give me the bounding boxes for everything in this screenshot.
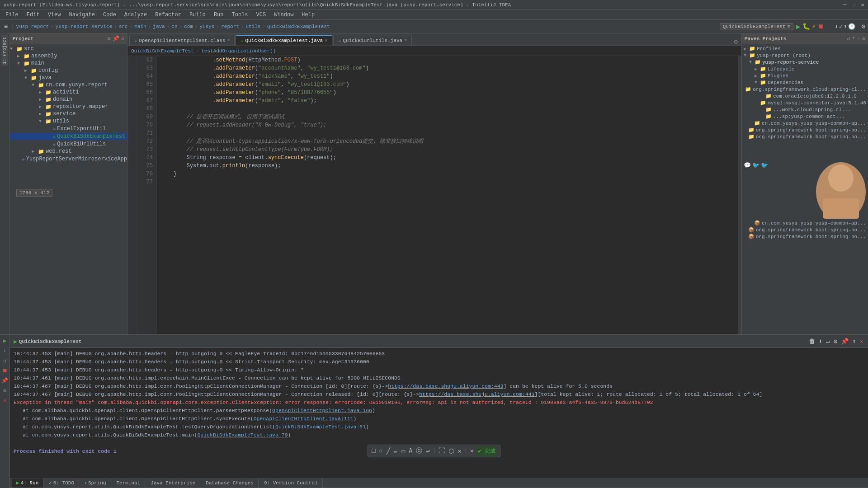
toolbar-git-push[interactable]: ⬆: [844, 23, 847, 30]
menu-window[interactable]: Window: [270, 11, 297, 19]
maven-tree-item[interactable]: ▼📁Dependencies: [742, 79, 868, 86]
ann-btn-pin[interactable]: ✕: [457, 446, 462, 456]
maven-tree-item[interactable]: ▼📁yusp-report (root): [742, 52, 868, 59]
sidebar-tree-item[interactable]: ▼📁utils: [10, 117, 127, 125]
sidebar-tree-item[interactable]: ▼📁src: [10, 45, 127, 52]
menu-code[interactable]: Code: [99, 11, 120, 19]
breadcrumb-method[interactable]: testAddOrganizationUser(): [201, 48, 276, 54]
breadcrumb-main[interactable]: main: [134, 24, 146, 29]
breadcrumb-src[interactable]: src: [119, 24, 128, 29]
link-stack-2[interactable]: OpenApiClientHttpClient.java:111: [254, 416, 354, 422]
close-icon-bottom[interactable]: ✕: [1, 397, 9, 404]
ann-btn-line[interactable]: ╱: [386, 446, 391, 456]
tab-openapi[interactable]: ☕ OpenApiClientHttpClient.class ×: [129, 35, 235, 46]
sidebar-tree-item[interactable]: ▼📁java: [10, 74, 127, 81]
maven-dep-3[interactable]: 📦 org.springframework.boot:spring-bo...: [742, 233, 868, 240]
run-tab-db[interactable]: Database Changes: [201, 479, 259, 488]
menu-vcs[interactable]: VCS: [253, 11, 270, 19]
link-stack-1[interactable]: OpenApiClientHttpClient.java:166: [272, 408, 372, 413]
maven-refresh-icon[interactable]: ↺: [847, 35, 850, 42]
sidebar-tree-item[interactable]: ☕ExcelExportUtil: [10, 125, 127, 132]
sidebar-tree-item[interactable]: ▼📁main: [10, 60, 127, 67]
breadcrumb-class[interactable]: QuickBiSdkExampleTest: [131, 48, 194, 54]
maven-tree-item[interactable]: 📁mysql:mysql-connector-java:5.1.46: [742, 99, 868, 106]
ann-btn-undo[interactable]: ↩: [425, 446, 430, 456]
maven-tree-item[interactable]: 📁cn.com.yusys.yusp:yusp-common-ap...: [742, 120, 868, 127]
toolbar-git-update[interactable]: ⬇: [835, 23, 838, 30]
menu-build[interactable]: Build: [186, 11, 209, 19]
bottom-tool-close[interactable]: ✕: [859, 337, 864, 346]
editor-settings-icon[interactable]: ⚙: [732, 38, 740, 46]
stop-button[interactable]: ⏹: [817, 23, 824, 30]
maven-dep-1[interactable]: 📦 cn.com.yusys.yusp:yusp-common-ap...: [742, 220, 868, 226]
menu-navigate[interactable]: Navigate: [65, 11, 99, 19]
run-tab-java-ee[interactable]: Java Enterprise: [146, 479, 200, 488]
breadcrumb-file[interactable]: QuickBiSdkExampleTest: [267, 24, 330, 29]
ann-btn-text[interactable]: A: [408, 446, 413, 455]
breadcrumb-module[interactable]: yusp-report-service: [56, 24, 112, 29]
maven-tree-item[interactable]: 📁...work.cloud:spring-cl...: [742, 106, 868, 113]
run-tab-spring[interactable]: ● Spring: [80, 479, 111, 488]
ann-btn-done[interactable]: ✔ 完成: [476, 446, 497, 456]
menu-run[interactable]: Run: [210, 11, 227, 19]
menu-edit[interactable]: Edit: [23, 11, 43, 19]
sidebar-tree-item[interactable]: ▶📁domain: [10, 96, 127, 103]
icon-wx[interactable]: 💬: [744, 162, 751, 169]
menu-view[interactable]: View: [44, 11, 65, 19]
link-aliyun-1[interactable]: https://das.base.shuju.aliyun.com:443: [388, 383, 503, 389]
maven-tree-item[interactable]: 📁org.springframework.boot:spring-bo...: [742, 133, 868, 140]
maven-dep-2[interactable]: 📦 org.springframework.boot:spring-bo...: [742, 226, 868, 233]
rerun-icon[interactable]: ↺: [1, 357, 9, 364]
link-stack-3[interactable]: QuickBiSdkExampleTest.java:51: [275, 424, 366, 430]
breadcrumb-cn[interactable]: cn: [171, 24, 177, 29]
ann-btn-rect[interactable]: □: [371, 446, 376, 455]
ann-btn-cancel[interactable]: ✕: [469, 446, 475, 455]
maven-tree-item[interactable]: ▶📁Plugins: [742, 72, 868, 79]
maven-tree-item[interactable]: ▼📁yusp-report-service: [742, 59, 868, 66]
run-output[interactable]: 10:44:37.453 [main] DEBUG org.apache.htt…: [10, 348, 868, 478]
menu-analyze[interactable]: Analyze: [121, 11, 151, 19]
run-tab-4[interactable]: ▶ 4: Run: [12, 479, 43, 488]
icon-twitter[interactable]: 🐦: [761, 162, 768, 169]
sidebar-close-icon[interactable]: ✕: [121, 35, 124, 42]
menu-refactor[interactable]: Refactor: [151, 11, 185, 19]
maven-tree-item[interactable]: 📁org.springframework.boot:spring-bo...: [742, 127, 868, 133]
bottom-tool-scroll[interactable]: ⬇: [818, 337, 823, 346]
sidebar-tree-item[interactable]: ☕QuickBiUrlUtils: [10, 140, 127, 148]
maven-settings-icon[interactable]: ⚙: [862, 35, 865, 42]
tab-urlutils-close[interactable]: ×: [404, 38, 407, 43]
sidebar-tree-item[interactable]: ▶📁activiti: [10, 89, 127, 96]
maven-tree-item[interactable]: ▶📁Profiles: [742, 45, 868, 52]
bottom-tool-restore[interactable]: ⬆: [851, 337, 857, 346]
ann-btn-number[interactable]: ⓪: [415, 446, 423, 456]
breadcrumb-java[interactable]: java: [153, 24, 165, 29]
editor-scrollbar[interactable]: [738, 56, 741, 334]
toolbar-git-commit[interactable]: ✓: [839, 23, 843, 30]
maven-add-icon[interactable]: +: [852, 35, 855, 42]
link-aliyun-2[interactable]: https://das.base.shuju.aliyun.com:443: [419, 391, 534, 397]
breadcrumb-yusys[interactable]: yusys: [200, 24, 215, 29]
ann-btn-pen[interactable]: ✏: [393, 446, 398, 456]
breadcrumb-project[interactable]: yusp-report: [16, 24, 49, 29]
toolbar-git-history[interactable]: 🕐: [848, 23, 855, 30]
link-stack-4[interactable]: QuickBiSdkExampleTest.java:79: [197, 432, 288, 438]
bottom-tool-wrap[interactable]: ↵: [825, 337, 830, 346]
sidebar-tree-item[interactable]: ▶📁repository.mapper: [10, 103, 127, 110]
toolbar-settings[interactable]: ⚙: [862, 23, 865, 30]
maven-tree-item[interactable]: ▶📁Lifecycle: [742, 66, 868, 72]
sidebar-tree-item[interactable]: ▶📁web.rest: [10, 148, 127, 155]
breadcrumb-report[interactable]: report: [221, 24, 239, 29]
bottom-tool-settings[interactable]: ⚙: [833, 337, 838, 346]
sidebar-pin-icon[interactable]: 📌: [113, 35, 119, 42]
tab-openapi-close[interactable]: ×: [227, 38, 230, 43]
debug-icon-blue[interactable]: ↓: [1, 347, 9, 354]
toolbar-icon-1[interactable]: ≡: [3, 23, 9, 30]
left-tab-project[interactable]: 1: Project: [1, 35, 8, 66]
code-content[interactable]: .setMethod(HttpMethod.POST) .addParamete…: [157, 56, 738, 334]
run-icon-green[interactable]: ▶: [1, 337, 9, 344]
run-tab-vcs[interactable]: 9: Version Control: [259, 479, 323, 488]
pin-icon[interactable]: 📌: [1, 377, 9, 384]
sidebar-tree-item[interactable]: ▶📁config: [10, 67, 127, 74]
sidebar-tree-item[interactable]: ☕YuspReportServerMicroserviceApp: [10, 155, 127, 163]
stop-icon-red[interactable]: ⏹: [1, 367, 9, 374]
